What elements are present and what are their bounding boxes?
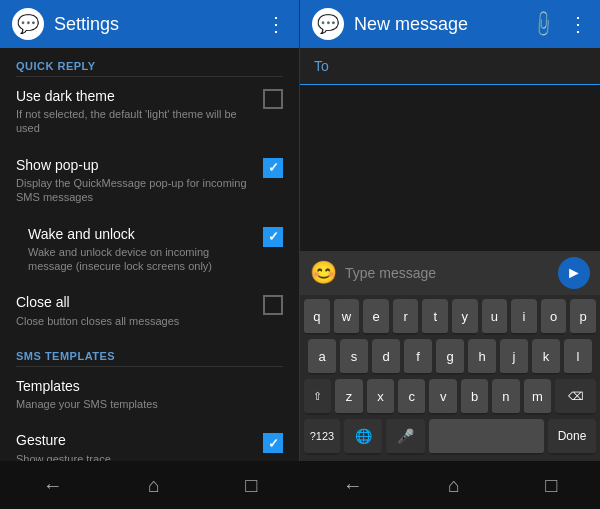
key-z[interactable]: z	[335, 379, 362, 415]
dark-theme-checkbox[interactable]	[263, 89, 283, 109]
key-k[interactable]: k	[532, 339, 560, 375]
wake-unlock-text: Wake and unlock Wake and unlock device o…	[28, 225, 255, 274]
key-g[interactable]: g	[436, 339, 464, 375]
emoji-button[interactable]: 😊	[310, 260, 337, 286]
key-numbers[interactable]: ?123	[304, 419, 340, 455]
key-s[interactable]: s	[340, 339, 368, 375]
key-r[interactable]: r	[393, 299, 419, 335]
right-nav-bar: ← ⌂ □	[300, 461, 600, 509]
key-backspace[interactable]: ⌫	[555, 379, 596, 415]
to-input[interactable]	[337, 58, 586, 74]
wake-unlock-title: Wake and unlock	[28, 225, 255, 243]
close-all-checkbox[interactable]	[263, 295, 283, 315]
key-u[interactable]: u	[482, 299, 508, 335]
to-field[interactable]: To	[300, 48, 600, 85]
key-y[interactable]: y	[452, 299, 478, 335]
more-icon[interactable]: ⋮	[568, 12, 588, 36]
compose-area: To	[300, 48, 600, 251]
dark-theme-desc: If not selected, the default 'light' the…	[16, 107, 255, 136]
settings-more-icon[interactable]: ⋮	[266, 12, 287, 36]
close-all-desc: Close button closes all messages	[16, 314, 255, 328]
show-popup-text: Show pop-up Display the QuickMessage pop…	[16, 156, 255, 205]
key-o[interactable]: o	[541, 299, 567, 335]
close-all-text: Close all Close button closes all messag…	[16, 293, 255, 327]
key-a[interactable]: a	[308, 339, 336, 375]
key-t[interactable]: t	[422, 299, 448, 335]
key-w[interactable]: w	[334, 299, 360, 335]
gesture-checkbox[interactable]	[263, 433, 283, 453]
keyboard-area: 😊 Type message ► q w e r t y u i o p	[300, 251, 600, 461]
keyboard-row-2: a s d f g h j k l	[304, 339, 596, 375]
dark-theme-title: Use dark theme	[16, 87, 255, 105]
key-j[interactable]: j	[500, 339, 528, 375]
home-button-right[interactable]: ⌂	[448, 474, 460, 497]
keyboard: q w e r t y u i o p a s d f g h j k	[300, 295, 600, 461]
message-input-bar: 😊 Type message ►	[300, 251, 600, 295]
templates-title: Templates	[16, 377, 283, 395]
templates-text: Templates Manage your SMS templates	[16, 377, 283, 411]
new-message-title: New message	[354, 14, 522, 35]
key-globe[interactable]: 🌐	[344, 419, 382, 455]
back-button-right[interactable]: ←	[343, 474, 363, 497]
sms-templates-section-header: SMS TEMPLATES	[0, 338, 299, 366]
dark-theme-setting[interactable]: Use dark theme If not selected, the defa…	[0, 77, 299, 146]
key-e[interactable]: e	[363, 299, 389, 335]
show-popup-checkbox[interactable]	[263, 158, 283, 178]
key-x[interactable]: x	[367, 379, 394, 415]
key-l[interactable]: l	[564, 339, 592, 375]
templates-desc: Manage your SMS templates	[16, 397, 283, 411]
settings-app-icon: 💬	[12, 8, 44, 40]
send-icon: ►	[566, 264, 582, 282]
quick-reply-section-header: QUICK REPLY	[0, 48, 299, 76]
recents-button-left[interactable]: □	[245, 474, 257, 497]
gesture-title: Gesture	[16, 431, 255, 449]
wake-unlock-setting[interactable]: Wake and unlock Wake and unlock device o…	[0, 215, 299, 284]
settings-content: QUICK REPLY Use dark theme If not select…	[0, 48, 299, 509]
messages-app-icon: 💬	[312, 8, 344, 40]
header-actions: 📎 ⋮	[532, 12, 588, 36]
settings-title: Settings	[54, 14, 256, 35]
right-header: 💬 New message 📎 ⋮	[300, 0, 600, 48]
key-n[interactable]: n	[492, 379, 519, 415]
key-i[interactable]: i	[511, 299, 537, 335]
keyboard-row-4: ?123 🌐 🎤 Done	[304, 419, 596, 455]
key-mic[interactable]: 🎤	[386, 419, 424, 455]
left-nav-bar: ← ⌂ □	[0, 461, 300, 509]
wake-unlock-checkbox[interactable]	[263, 227, 283, 247]
key-c[interactable]: c	[398, 379, 425, 415]
to-label: To	[314, 58, 329, 74]
key-f[interactable]: f	[404, 339, 432, 375]
left-header: 💬 Settings ⋮	[0, 0, 299, 48]
key-m[interactable]: m	[524, 379, 551, 415]
recents-button-right[interactable]: □	[545, 474, 557, 497]
close-all-title: Close all	[16, 293, 255, 311]
show-popup-title: Show pop-up	[16, 156, 255, 174]
show-popup-desc: Display the QuickMessage pop-up for inco…	[16, 176, 255, 205]
key-d[interactable]: d	[372, 339, 400, 375]
templates-setting[interactable]: Templates Manage your SMS templates	[0, 367, 299, 421]
keyboard-row-1: q w e r t y u i o p	[304, 299, 596, 335]
show-popup-setting[interactable]: Show pop-up Display the QuickMessage pop…	[0, 146, 299, 215]
key-done[interactable]: Done	[548, 419, 596, 455]
keyboard-row-3: ⇧ z x c v b n m ⌫	[304, 379, 596, 415]
dark-theme-text: Use dark theme If not selected, the defa…	[16, 87, 255, 136]
wake-unlock-desc: Wake and unlock device on incoming messa…	[28, 245, 255, 274]
message-placeholder[interactable]: Type message	[345, 265, 550, 281]
home-button-left[interactable]: ⌂	[148, 474, 160, 497]
key-h[interactable]: h	[468, 339, 496, 375]
key-shift[interactable]: ⇧	[304, 379, 331, 415]
key-space[interactable]	[429, 419, 544, 455]
key-q[interactable]: q	[304, 299, 330, 335]
send-button[interactable]: ►	[558, 257, 590, 289]
attachment-icon[interactable]: 📎	[527, 8, 558, 39]
key-p[interactable]: p	[570, 299, 596, 335]
key-v[interactable]: v	[429, 379, 456, 415]
back-button-left[interactable]: ←	[43, 474, 63, 497]
key-b[interactable]: b	[461, 379, 488, 415]
message-body-area	[300, 85, 600, 251]
close-all-setting[interactable]: Close all Close button closes all messag…	[0, 283, 299, 337]
